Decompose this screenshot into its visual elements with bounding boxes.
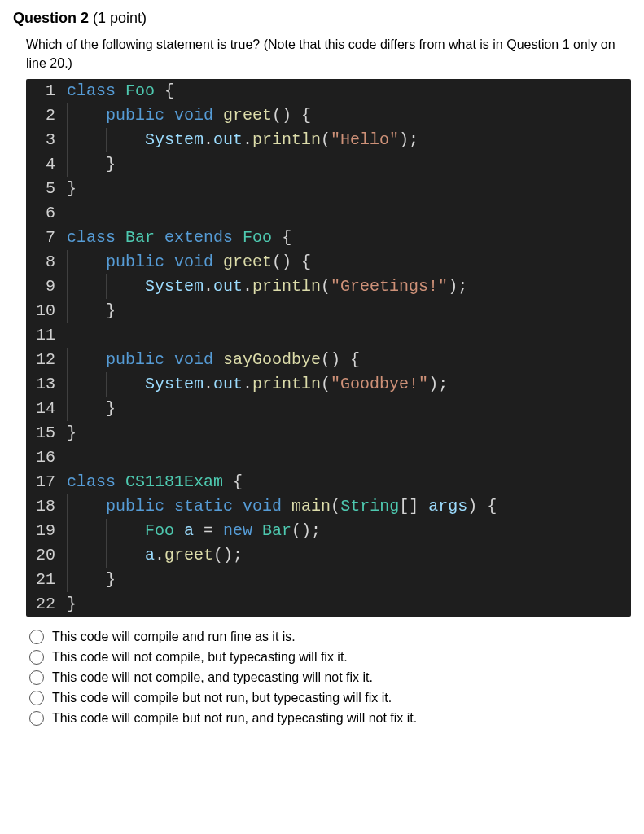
code-block: 1class Foo {2public void greet() {3Syste…: [26, 79, 631, 617]
line-number: 16: [26, 446, 64, 470]
line-number: 15: [26, 421, 64, 446]
code-line: 12public void sayGoodbye() {: [26, 348, 631, 372]
line-number: 2: [26, 103, 64, 128]
code-line: 22}: [26, 592, 631, 617]
code-content: }: [64, 177, 631, 201]
code-content: public static void main(String[] args) {: [64, 494, 631, 519]
line-number: 18: [26, 494, 64, 519]
line-number: 19: [26, 519, 64, 543]
code-line: 10}: [26, 299, 631, 323]
question-points: (1 point): [89, 10, 147, 26]
radio-icon[interactable]: [29, 650, 44, 665]
radio-icon[interactable]: [29, 691, 44, 705]
code-line: 17class CS1181Exam {: [26, 470, 631, 494]
code-line: 8public void greet() {: [26, 250, 631, 274]
code-content: class Foo {: [64, 79, 631, 103]
code-content: class CS1181Exam {: [64, 470, 631, 494]
code-content: }: [64, 299, 631, 323]
code-line: 5}: [26, 177, 631, 201]
line-number: 5: [26, 177, 64, 201]
code-line: 20a.greet();: [26, 543, 631, 568]
question-header: Question 2 (1 point): [13, 10, 631, 27]
code-line: 11: [26, 323, 631, 348]
code-line: 13System.out.println("Goodbye!");: [26, 372, 631, 397]
code-content: }: [64, 421, 631, 446]
code-content: [64, 446, 631, 470]
code-line: 21}: [26, 568, 631, 592]
line-number: 10: [26, 299, 64, 323]
answer-text: This code will not compile, but typecast…: [52, 650, 348, 665]
radio-icon[interactable]: [29, 711, 44, 726]
line-number: 20: [26, 543, 64, 568]
answer-list: This code will compile and run fine as i…: [29, 630, 631, 726]
question-prompt: Which of the following statement is true…: [26, 35, 631, 72]
code-line: 2public void greet() {: [26, 103, 631, 128]
question-label: Question 2: [13, 10, 89, 26]
answer-option[interactable]: This code will compile but not run, but …: [29, 691, 631, 705]
answer-option[interactable]: This code will not compile, but typecast…: [29, 650, 631, 665]
code-line: 18public static void main(String[] args)…: [26, 494, 631, 519]
code-content: System.out.println("Hello");: [64, 128, 631, 152]
line-number: 13: [26, 372, 64, 397]
code-content: }: [64, 152, 631, 177]
line-number: 8: [26, 250, 64, 274]
answer-text: This code will compile but not run, and …: [52, 711, 417, 726]
answer-text: This code will compile but not run, but …: [52, 691, 392, 705]
code-line: 16: [26, 446, 631, 470]
code-content: }: [64, 397, 631, 421]
line-number: 6: [26, 201, 64, 226]
code-line: 14}: [26, 397, 631, 421]
line-number: 11: [26, 323, 64, 348]
line-number: 9: [26, 274, 64, 299]
code-line: 4}: [26, 152, 631, 177]
code-line: 9System.out.println("Greetings!");: [26, 274, 631, 299]
answer-text: This code will not compile, and typecast…: [52, 670, 373, 685]
line-number: 22: [26, 592, 64, 617]
code-line: 1class Foo {: [26, 79, 631, 103]
code-line: 19Foo a = new Bar();: [26, 519, 631, 543]
code-content: a.greet();: [64, 543, 631, 568]
code-line: 7class Bar extends Foo {: [26, 226, 631, 250]
code-content: public void greet() {: [64, 250, 631, 274]
code-line: 6: [26, 201, 631, 226]
code-content: System.out.println("Goodbye!");: [64, 372, 631, 397]
code-line: 3System.out.println("Hello");: [26, 128, 631, 152]
line-number: 4: [26, 152, 64, 177]
line-number: 21: [26, 568, 64, 592]
line-number: 12: [26, 348, 64, 372]
code-line: 15}: [26, 421, 631, 446]
answer-option[interactable]: This code will compile but not run, and …: [29, 711, 631, 726]
answer-option[interactable]: This code will not compile, and typecast…: [29, 670, 631, 685]
code-content: System.out.println("Greetings!");: [64, 274, 631, 299]
line-number: 7: [26, 226, 64, 250]
radio-icon[interactable]: [29, 670, 44, 685]
code-content: Foo a = new Bar();: [64, 519, 631, 543]
line-number: 1: [26, 79, 64, 103]
answer-text: This code will compile and run fine as i…: [52, 630, 296, 644]
answer-option[interactable]: This code will compile and run fine as i…: [29, 630, 631, 644]
code-content: public void sayGoodbye() {: [64, 348, 631, 372]
code-content: public void greet() {: [64, 103, 631, 128]
line-number: 17: [26, 470, 64, 494]
code-content: class Bar extends Foo {: [64, 226, 631, 250]
code-content: [64, 323, 631, 348]
line-number: 14: [26, 397, 64, 421]
code-content: }: [64, 592, 631, 617]
radio-icon[interactable]: [29, 630, 44, 644]
code-content: [64, 201, 631, 226]
line-number: 3: [26, 128, 64, 152]
code-content: }: [64, 568, 631, 592]
